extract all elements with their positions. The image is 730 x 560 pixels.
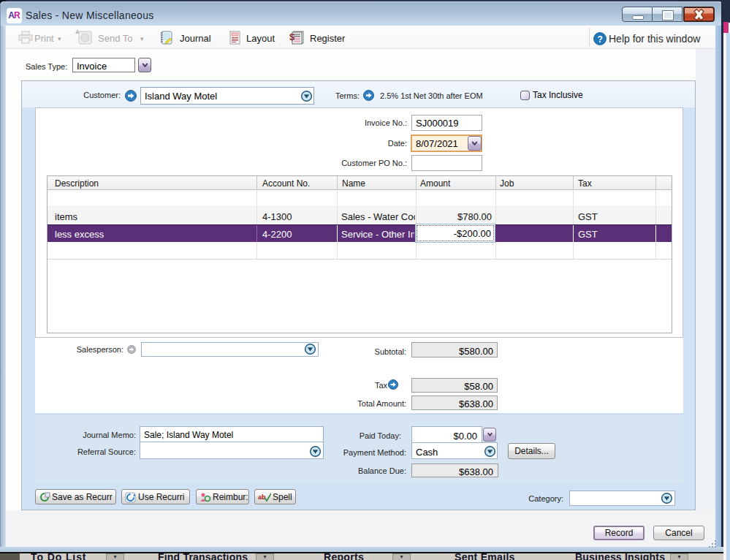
svg-text:?: ? xyxy=(598,34,603,45)
svg-text:ab: ab xyxy=(258,493,266,501)
svg-text:$: $ xyxy=(289,31,295,42)
